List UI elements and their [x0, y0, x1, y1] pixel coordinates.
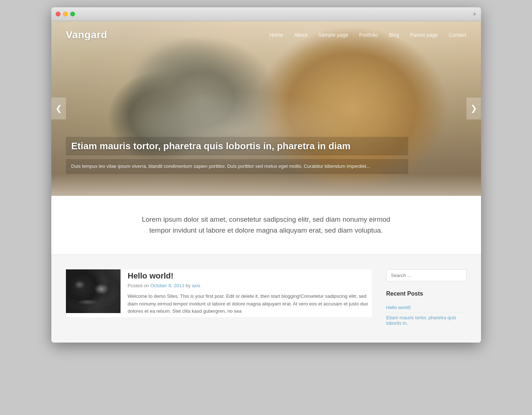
- post-meta: Posted on October 8, 2013 by axis: [128, 283, 372, 288]
- nav-links: Home About Sample page Portfolio Blog Pa…: [269, 32, 466, 38]
- main-content: Hello world! Posted on October 8, 2013 b…: [66, 269, 372, 328]
- expand-icon[interactable]: +: [473, 11, 477, 17]
- nav-link-contact[interactable]: Contact: [449, 32, 466, 38]
- intro-text: Lorem ipsum dolor sit amet, consetetur s…: [139, 214, 394, 236]
- recent-posts-title: Recent Posts: [386, 290, 466, 297]
- search-input[interactable]: [386, 269, 466, 281]
- nav-link-about[interactable]: About: [294, 32, 307, 38]
- minimize-button[interactable]: [63, 12, 68, 16]
- hero-caption-title: Etiam mauris tortor, pharetra quis lobor…: [66, 137, 408, 155]
- nav-item-portfolio[interactable]: Portfolio: [359, 32, 378, 38]
- nav-link-parent[interactable]: Parent page: [410, 32, 438, 38]
- website-content: Vangard Home About Sample page Portfolio…: [51, 21, 481, 343]
- post-title: Hello world!: [128, 271, 372, 281]
- nav-link-sample[interactable]: Sample page: [318, 32, 348, 38]
- hero-section: Vangard Home About Sample page Portfolio…: [51, 21, 481, 196]
- post-body: Hello world! Posted on October 8, 2013 b…: [128, 269, 372, 317]
- recent-posts-list: Hello world! Etiam mauris tortor, pharet…: [386, 303, 466, 328]
- intro-section: Lorem ipsum dolor sit amet, consetetur s…: [51, 196, 481, 254]
- nav-item-about[interactable]: About: [294, 32, 307, 38]
- navigation: Vangard Home About Sample page Portfolio…: [51, 21, 481, 49]
- nav-link-home[interactable]: Home: [269, 32, 283, 38]
- close-button[interactable]: [56, 12, 60, 16]
- recent-post-item[interactable]: Hello world!: [386, 303, 466, 313]
- post-card: Hello world! Posted on October 8, 2013 b…: [66, 269, 372, 317]
- post-thumbnail: [66, 269, 121, 313]
- hero-caption: Etiam mauris tortor, pharetra quis lobor…: [66, 137, 408, 174]
- browser-window: + Vangard Home About Sample page Portfol…: [51, 7, 481, 343]
- browser-titlebar: +: [51, 7, 481, 21]
- nav-link-portfolio[interactable]: Portfolio: [359, 32, 378, 38]
- nav-item-parent[interactable]: Parent page: [410, 32, 438, 38]
- site-title: Vangard: [66, 29, 107, 41]
- slider-prev-button[interactable]: ❮: [51, 98, 66, 119]
- nav-item-contact[interactable]: Contact: [449, 32, 466, 38]
- slider-next-button[interactable]: ❯: [466, 98, 481, 119]
- post-excerpt: Welcome to demo Sites. This is your firs…: [128, 293, 372, 315]
- maximize-button[interactable]: [70, 12, 75, 16]
- post-author-prefix: by: [186, 283, 192, 288]
- nav-item-blog[interactable]: Blog: [389, 32, 399, 38]
- content-section: Hello world! Posted on October 8, 2013 b…: [51, 254, 481, 343]
- post-author-link[interactable]: axis: [192, 283, 200, 288]
- traffic-lights: [56, 12, 75, 16]
- nav-item-sample[interactable]: Sample page: [318, 32, 348, 38]
- nav-link-blog[interactable]: Blog: [389, 32, 399, 38]
- sidebar: Recent Posts Hello world! Etiam mauris t…: [386, 269, 466, 328]
- post-date-link[interactable]: October 8, 2013: [150, 283, 184, 288]
- nav-item-home[interactable]: Home: [269, 32, 283, 38]
- hero-caption-text: Duis tempus leo vitae ipsum viverra, bla…: [66, 159, 408, 174]
- post-meta-prefix: Posted on: [128, 283, 149, 288]
- recent-post-item[interactable]: Etiam mauris tortor, pharetra quis lobor…: [386, 313, 466, 328]
